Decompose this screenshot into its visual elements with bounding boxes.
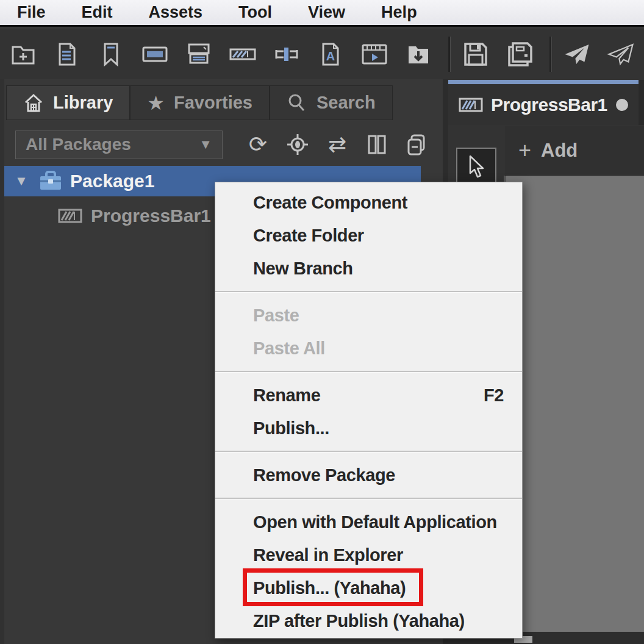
text-widget-icon[interactable]: A <box>317 39 345 70</box>
select-tool-button[interactable] <box>456 148 496 187</box>
new-package-icon[interactable] <box>9 39 37 70</box>
tab-search[interactable]: Search <box>270 85 393 120</box>
home-icon <box>23 93 44 113</box>
menu-item-publish-yahaha[interactable]: Publish... (Yahaha) <box>215 571 522 604</box>
menu-item-label: Reveal in Explorer <box>253 545 403 565</box>
menubar: File Edit Assets Tool View Help <box>0 0 644 27</box>
import-download-icon[interactable] <box>404 39 432 70</box>
tree-row-progressbar1-label: ProgressBar1 <box>91 206 211 226</box>
menu-item-create-folder[interactable]: Create Folder <box>215 219 522 252</box>
video-widget-icon[interactable] <box>360 39 388 70</box>
library-controls-row: All Packages ▼ ⟳ ⇄ <box>4 127 443 162</box>
context-menu: Create Component Create Folder New Branc… <box>215 182 523 639</box>
menu-item-reveal-in-explorer[interactable]: Reveal in Explorer <box>215 538 522 571</box>
chevron-down-icon: ▼ <box>199 137 212 152</box>
editor-tab-progressbar1[interactable]: ProgressBar1 <box>448 84 639 125</box>
search-icon <box>287 93 307 113</box>
menu-item-label: Publish... (Yahaha) <box>253 578 406 598</box>
refresh-icon[interactable]: ⟳ <box>245 132 271 157</box>
add-bar: + Add <box>505 126 644 176</box>
menu-item-label: ZIP after Publish (Yahaha) <box>253 611 465 631</box>
menu-item-new-branch[interactable]: New Branch <box>215 252 522 285</box>
toolbar-separator <box>549 37 552 72</box>
tab-search-label: Search <box>317 93 376 113</box>
plus-icon: + <box>518 138 531 163</box>
menu-tool[interactable]: Tool <box>238 3 272 22</box>
slider-widget-icon[interactable] <box>273 39 301 70</box>
publish-plane-filled-icon[interactable] <box>563 39 591 70</box>
progressbar-icon <box>58 207 82 224</box>
swap-icon[interactable]: ⇄ <box>324 132 350 157</box>
expand-caret-icon[interactable]: ▼ <box>9 173 34 189</box>
toolbar: A <box>0 29 644 79</box>
menu-item-label: Publish... <box>253 418 329 438</box>
button-widget-icon[interactable] <box>141 39 169 70</box>
editor-tab-label: ProgressBar1 <box>491 95 607 115</box>
save-icon[interactable] <box>462 39 490 70</box>
menu-item-remove-package[interactable]: Remove Package <box>215 459 522 492</box>
combobox-widget-icon[interactable] <box>185 39 213 70</box>
unsaved-dot-icon <box>616 99 628 111</box>
toolbar-separator <box>448 37 451 72</box>
tree-row-package1-label: Package1 <box>70 171 154 191</box>
progressbar-widget-icon[interactable] <box>229 39 257 70</box>
publish-plane-outline-icon[interactable] <box>607 39 635 70</box>
split-columns-icon[interactable] <box>364 132 390 157</box>
package-filter-value: All Packages <box>26 135 199 154</box>
menu-separator <box>215 371 522 373</box>
menu-item-publish[interactable]: Publish... <box>215 412 522 445</box>
active-tab-accent <box>448 80 639 84</box>
menu-item-rename[interactable]: Rename F2 <box>215 379 522 412</box>
menu-separator <box>215 291 522 293</box>
cursor-icon <box>465 154 487 180</box>
app-window: File Edit Assets Tool View Help A <box>0 0 644 644</box>
save-all-icon[interactable] <box>506 39 534 70</box>
tab-bar-edge <box>639 80 644 125</box>
locate-icon[interactable] <box>285 132 310 157</box>
tab-library-label: Library <box>53 93 113 113</box>
menu-item-label: Rename <box>253 385 320 406</box>
menu-item-paste-all: Paste All <box>215 332 522 365</box>
menu-item-label: Paste <box>253 306 299 326</box>
menu-assets[interactable]: Assets <box>149 3 203 22</box>
progressbar-icon <box>459 96 483 113</box>
menu-item-label: New Branch <box>253 259 353 279</box>
menu-item-label: Create Folder <box>253 226 364 246</box>
package-filter-dropdown[interactable]: All Packages ▼ <box>15 131 223 159</box>
add-button-label: Add <box>541 140 578 162</box>
menu-item-label: Open with Default Application <box>253 512 497 532</box>
menu-file[interactable]: File <box>17 3 46 22</box>
menu-item-label: Create Component <box>253 193 407 213</box>
toolbox-icon <box>38 170 63 192</box>
bookmark-icon[interactable] <box>97 39 125 70</box>
collapse-all-icon[interactable] <box>404 132 429 157</box>
menu-help[interactable]: Help <box>381 3 417 22</box>
library-tools: ⟳ ⇄ <box>245 132 429 157</box>
tab-favorites-label: Favorties <box>174 93 252 113</box>
menu-edit[interactable]: Edit <box>82 3 113 22</box>
menu-item-open-with-default-application[interactable]: Open with Default Application <box>215 506 522 538</box>
menu-item-shortcut: F2 <box>484 385 504 406</box>
menu-item-paste: Paste <box>215 299 522 332</box>
add-button[interactable]: + Add <box>518 138 578 163</box>
editor-canvas[interactable] <box>504 176 644 632</box>
menu-item-zip-after-publish-yahaha[interactable]: ZIP after Publish (Yahaha) <box>215 604 522 637</box>
menu-item-label: Remove Package <box>253 465 395 485</box>
menu-separator <box>215 451 522 453</box>
tab-library[interactable]: Library <box>6 85 130 120</box>
library-tab-bar: Library ★ Favorties Search <box>6 85 393 120</box>
menu-item-label: Paste All <box>253 338 325 359</box>
menu-separator <box>215 498 522 499</box>
svg-text:A: A <box>326 49 335 63</box>
new-component-icon[interactable] <box>53 39 81 70</box>
star-icon: ★ <box>147 93 165 113</box>
tab-favorites[interactable]: ★ Favorties <box>130 85 270 120</box>
menu-item-create-component[interactable]: Create Component <box>215 186 522 219</box>
menu-view[interactable]: View <box>308 3 345 22</box>
